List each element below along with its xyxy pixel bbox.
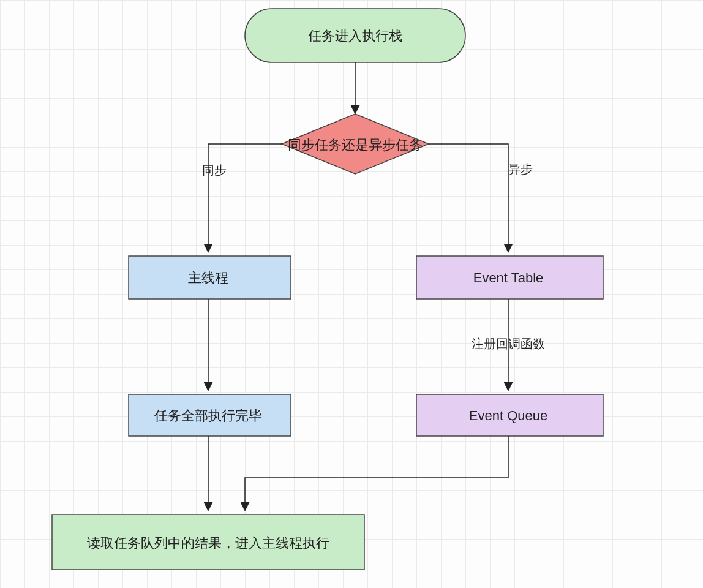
flowchart-diagram: 任务进入执行栈 同步任务还是异步任务 同步 异步 主线程 Event Table…	[0, 0, 703, 588]
start-node-label: 任务进入执行栈	[307, 28, 402, 43]
tasksdone-node-label: 任务全部执行完毕	[154, 408, 262, 423]
readqueue-node: 读取任务队列中的结果，进入主线程执行	[52, 514, 364, 570]
eventqueue-node: Event Queue	[416, 394, 603, 436]
eventtable-node: Event Table	[416, 256, 603, 299]
start-node: 任务进入执行栈	[245, 9, 465, 62]
eventtable-node-label: Event Table	[473, 270, 544, 285]
decision-node: 同步任务还是异步任务	[282, 114, 429, 174]
mainthread-node: 主线程	[129, 256, 291, 299]
edge-eventqueue-to-readqueue	[245, 436, 508, 510]
eventqueue-node-label: Event Queue	[469, 408, 547, 423]
async-edge-label: 异步	[508, 162, 533, 176]
sync-edge-label: 同步	[202, 164, 227, 177]
edge-decision-to-eventtable	[429, 144, 508, 251]
decision-node-label: 同步任务还是异步任务	[288, 137, 423, 153]
registercallback-edge-label: 注册回调函数	[472, 337, 545, 350]
edge-decision-to-mainthread	[208, 144, 282, 251]
mainthread-node-label: 主线程	[188, 270, 228, 285]
tasksdone-node: 任务全部执行完毕	[129, 394, 291, 436]
readqueue-node-label: 读取任务队列中的结果，进入主线程执行	[87, 535, 329, 551]
